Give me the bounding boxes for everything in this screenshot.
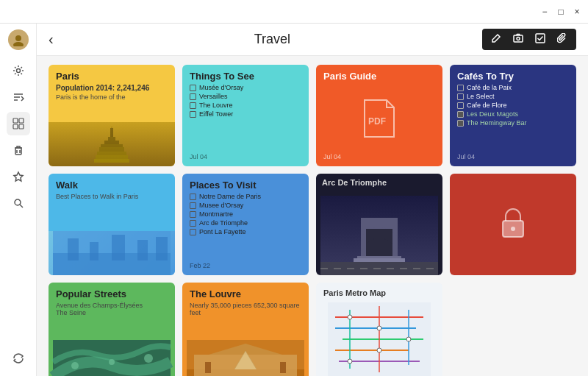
metro-map-image [323, 302, 435, 376]
card-date: Feb 22 [190, 262, 301, 269]
card-streets-image [49, 340, 175, 376]
card-cafes-title: Cafés To Try [457, 71, 569, 82]
card-louvre[interactable]: The Louvre Nearly 35,000 pieces 652,300 … [182, 283, 309, 376]
card-streets-line2: The Seine [56, 309, 168, 316]
card-cafes[interactable]: Cafés To Try Café de la Paix Le Select C… [450, 65, 576, 166]
pdf-icon-container: PDF [323, 84, 435, 153]
svg-point-68 [348, 315, 352, 319]
svg-rect-7 [19, 118, 24, 123]
checkbox [190, 85, 196, 91]
svg-rect-23 [101, 144, 123, 147]
sidebar-star-icon[interactable] [7, 165, 30, 188]
svg-rect-27 [94, 159, 129, 163]
card-paris-title: Paris [56, 71, 168, 82]
svg-rect-57 [205, 362, 211, 373]
checklist-item: The Louvre [190, 102, 301, 109]
svg-rect-32 [90, 242, 98, 260]
card-walk-title: Walk [56, 180, 168, 191]
sidebar-settings-icon[interactable] [7, 59, 30, 82]
card-paris[interactable]: Paris Population 2014: 2,241,246 Paris i… [49, 65, 175, 166]
svg-line-15 [20, 205, 23, 207]
card-popular-streets[interactable]: Popular Streets Avenue des Champs-Élysée… [49, 283, 175, 376]
back-button[interactable]: ‹ [49, 31, 54, 48]
checkbox [457, 102, 464, 109]
avatar[interactable] [8, 29, 29, 50]
checkbox [190, 93, 196, 100]
svg-point-70 [406, 337, 411, 341]
checklist-item: Café de la Paix [457, 84, 569, 91]
app-layout: ‹ Travel [0, 24, 588, 376]
svg-rect-31 [68, 238, 79, 260]
svg-point-1 [13, 42, 24, 46]
checkbox [190, 229, 196, 235]
card-places-title: Places To Visit [190, 180, 301, 191]
checkbox [190, 220, 196, 227]
lock-icon [497, 205, 529, 244]
checklist-item: Pont La Fayette [190, 228, 301, 235]
card-louvre-text: Nearly 35,000 pieces 652,300 square feet [190, 302, 301, 316]
card-arc-image [316, 196, 442, 275]
edit-icon[interactable] [488, 32, 504, 47]
check-icon[interactable] [532, 32, 548, 47]
card-date: Jul 04 [190, 153, 301, 160]
photo-icon[interactable] [510, 32, 526, 47]
card-things-title: Things To See [190, 71, 301, 82]
card-things-to-see[interactable]: Things To See Musée d'Orsay Versailles T… [182, 65, 309, 166]
checkbox [190, 102, 196, 109]
card-arc[interactable]: Arc De Triomphe [316, 174, 442, 275]
svg-point-45 [511, 227, 515, 231]
card-arc-title: Arc De Triomphe [322, 178, 437, 187]
card-louvre-image [182, 340, 309, 376]
checklist-item: Arc de Triomphe [190, 219, 301, 227]
card-walk-image [49, 231, 175, 275]
svg-rect-9 [19, 124, 24, 129]
card-paris-image [49, 122, 175, 166]
sidebar-search-icon[interactable] [7, 191, 30, 215]
svg-rect-34 [137, 240, 148, 260]
close-button[interactable]: × [572, 7, 582, 17]
attach-icon[interactable] [554, 32, 570, 47]
svg-point-72 [348, 359, 352, 363]
card-streets-line1: Avenue des Champs-Élysées [56, 302, 168, 309]
card-paris-guide[interactable]: Paris Guide PDF Jul 04 [316, 65, 442, 166]
svg-point-14 [15, 199, 21, 205]
sidebar-trash-icon[interactable] [7, 138, 30, 162]
card-locked[interactable] [450, 174, 576, 275]
card-walk[interactable]: Walk Best Places to Walk in Paris [49, 174, 175, 275]
svg-rect-25 [97, 152, 126, 155]
svg-rect-10 [15, 148, 21, 155]
checkbox [457, 85, 464, 91]
svg-rect-24 [99, 147, 124, 152]
sidebar-sync-icon[interactable] [7, 347, 30, 370]
sidebar-cards-icon[interactable] [7, 112, 30, 135]
sidebar-sort-icon[interactable] [7, 85, 30, 109]
checklist-item: Eiffel Tower [190, 110, 301, 118]
checkbox [190, 194, 196, 200]
card-metro[interactable]: Paris Metro Map [316, 283, 442, 376]
checkbox-checked [457, 120, 464, 127]
maximize-button[interactable]: □ [556, 7, 566, 17]
checklist-item: Musee d'Orsay [190, 202, 301, 209]
main-content: ‹ Travel [37, 24, 588, 376]
minimize-button[interactable]: − [539, 7, 550, 17]
svg-rect-58 [280, 362, 286, 373]
title-bar: − □ × [0, 0, 588, 24]
svg-text:PDF: PDF [368, 116, 386, 127]
checklist-item: Notre Dame de Paris [190, 193, 301, 200]
svg-rect-26 [96, 155, 128, 159]
card-paris-guide-title: Paris Guide [323, 71, 435, 82]
svg-point-49 [144, 354, 153, 363]
svg-rect-33 [112, 235, 125, 260]
checklist-item: Les Deux Magots [457, 110, 569, 118]
svg-rect-22 [104, 141, 119, 144]
checklist-item: Le Select [457, 93, 569, 100]
card-walk-text: Best Places to Walk in Paris [56, 193, 168, 200]
svg-point-69 [377, 326, 381, 330]
svg-rect-21 [108, 137, 115, 141]
svg-rect-16 [514, 35, 523, 42]
svg-point-17 [517, 38, 520, 40]
checklist-item: Montmartre [190, 210, 301, 218]
card-places[interactable]: Places To Visit Notre Dame de Paris Muse… [182, 174, 309, 275]
page-title: Travel [62, 32, 482, 47]
svg-rect-35 [156, 237, 168, 260]
